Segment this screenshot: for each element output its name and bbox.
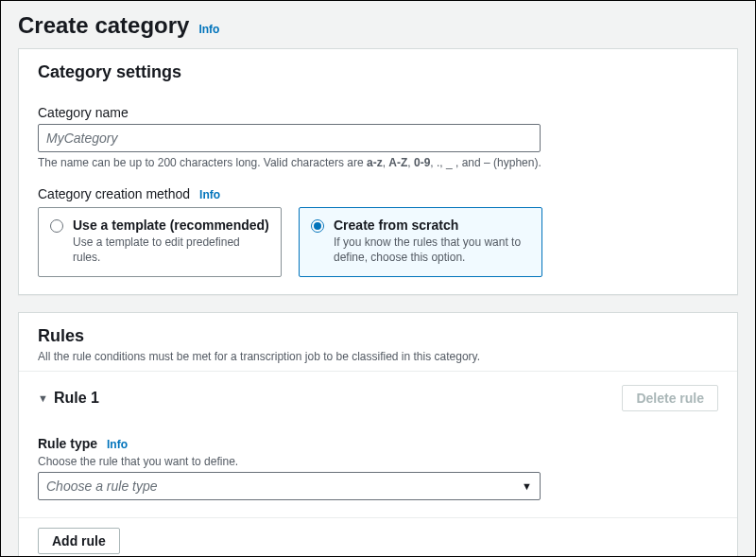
rule-type-placeholder: Choose a rule type xyxy=(46,479,158,494)
category-settings-header: Category settings xyxy=(19,49,737,90)
add-rule-button[interactable]: Add rule xyxy=(38,528,120,554)
delete-rule-button[interactable]: Delete rule xyxy=(622,385,718,411)
rules-title: Rules xyxy=(38,326,718,346)
rules-panel: Rules All the rule conditions must be me… xyxy=(18,312,738,557)
option-template-desc: Use a template to edit predefined rules. xyxy=(73,235,269,265)
page-header: Create category Info xyxy=(18,7,738,48)
add-rule-area: Add rule You can add up to 19 more rules… xyxy=(19,517,737,557)
rule-type-info-link[interactable]: Info xyxy=(107,438,128,451)
rule-type-helper: Choose the rule that you want to define. xyxy=(38,455,718,468)
option-scratch-content: Create from scratch If you know the rule… xyxy=(334,218,530,265)
category-name-helper: The name can be up to 200 characters lon… xyxy=(38,156,718,169)
creation-method-section: Category creation method Info Use a temp… xyxy=(38,186,718,277)
rule-type-label-text: Rule type xyxy=(38,436,97,451)
creation-method-label-text: Category creation method xyxy=(38,186,190,201)
rule-type-label: Rule type Info xyxy=(38,436,718,451)
category-settings-title: Category settings xyxy=(38,62,718,82)
option-scratch-desc: If you know the rules that you want to d… xyxy=(334,235,530,265)
radio-icon xyxy=(311,219,324,233)
option-scratch-title: Create from scratch xyxy=(334,218,530,233)
helper-sep2: , xyxy=(407,156,414,169)
option-use-template[interactable]: Use a template (recommended) Use a templ… xyxy=(38,207,282,277)
rule-1-header: ▼ Rule 1 Delete rule xyxy=(38,385,718,411)
page-container: Create category Info Category settings C… xyxy=(0,0,756,557)
helper-prefix: The name can be up to 200 characters lon… xyxy=(38,156,367,169)
rule-1-toggle[interactable]: ▼ Rule 1 xyxy=(38,390,99,407)
rule-1-block: ▼ Rule 1 Delete rule Rule type Info Choo… xyxy=(19,371,737,517)
helper-suffix: , ., _ , and – (hyphen). xyxy=(430,156,541,169)
helper-bold-az: a-z xyxy=(367,156,383,169)
chevron-down-icon: ▼ xyxy=(522,480,532,492)
page-title: Create category xyxy=(18,12,189,39)
radio-icon xyxy=(50,219,63,233)
option-template-content: Use a template (recommended) Use a templ… xyxy=(73,218,269,265)
rules-subtext: All the rule conditions must be met for … xyxy=(38,350,718,363)
chevron-down-icon: ▼ xyxy=(38,392,48,404)
category-settings-body: Category name The name can be up to 200 … xyxy=(19,92,737,294)
option-template-title: Use a template (recommended) xyxy=(73,218,269,233)
creation-method-options: Use a template (recommended) Use a templ… xyxy=(38,207,718,277)
category-name-input[interactable] xyxy=(38,124,541,152)
creation-method-label: Category creation method Info xyxy=(38,186,718,201)
rule-1-body: Rule type Info Choose the rule that you … xyxy=(38,436,718,500)
rule-type-select[interactable]: Choose a rule type ▼ xyxy=(38,472,541,500)
creation-method-info-link[interactable]: Info xyxy=(199,188,220,201)
rule-1-name: Rule 1 xyxy=(54,390,99,407)
helper-bold-AZ: A-Z xyxy=(388,156,407,169)
rules-header: Rules All the rule conditions must be me… xyxy=(19,313,737,371)
category-name-label: Category name xyxy=(38,105,718,120)
page-info-link[interactable]: Info xyxy=(198,23,219,36)
helper-bold-09: 0-9 xyxy=(414,156,430,169)
option-create-from-scratch[interactable]: Create from scratch If you know the rule… xyxy=(299,207,542,277)
category-settings-panel: Category settings Category name The name… xyxy=(18,48,738,295)
